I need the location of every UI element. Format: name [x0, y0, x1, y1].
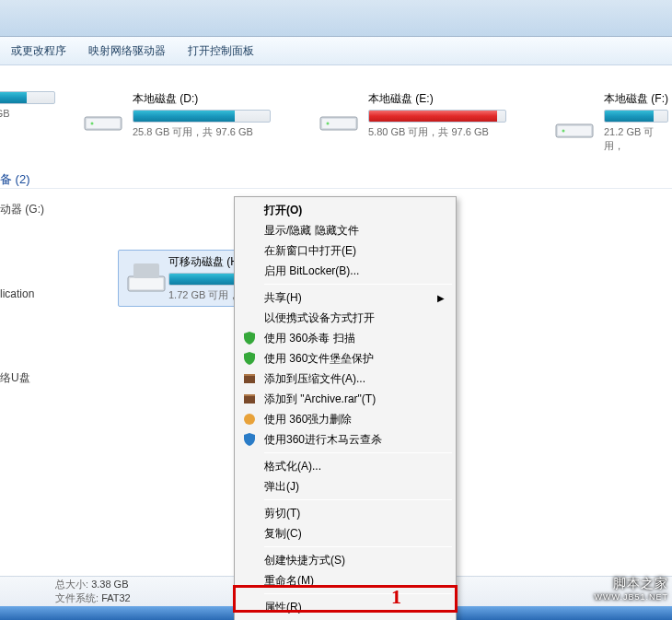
hdd-icon	[552, 100, 597, 145]
sidebar-net-usb[interactable]: 络U盘	[0, 363, 44, 393]
drive-e[interactable]: 本地磁盘 (E:) 5.80 GB 可用，共 97.6 GB	[317, 91, 527, 139]
menu-properties[interactable]: 属性(R)	[237, 597, 454, 617]
menu-open[interactable]: 打开(O)	[237, 200, 454, 220]
hdd-icon	[317, 93, 361, 137]
svg-rect-15	[244, 394, 255, 396]
menu-separator	[264, 452, 452, 453]
menu-create-shortcut[interactable]: 创建快捷方式(S)	[237, 550, 454, 570]
svg-point-8	[562, 129, 565, 132]
explorer-toolbar: 或更改程序 映射网络驱动器 打开控制面板	[0, 37, 672, 65]
winrar-icon	[242, 392, 257, 406]
menu-360-cloud-scan[interactable]: 使用360进行木马云查杀	[237, 429, 454, 450]
status-size: 总大小: 3.38 GB 文件系统: FAT32	[55, 578, 131, 605]
window-titlebar	[0, 0, 672, 37]
svg-rect-11	[133, 263, 159, 278]
menu-portable-device[interactable]: 以便携式设备方式打开	[237, 308, 454, 328]
menu-hide-files[interactable]: 显示/隐藏 隐藏文件	[237, 220, 454, 240]
toolbar-control-panel[interactable]: 打开控制面板	[177, 43, 265, 59]
menu-360-force-delete[interactable]: 使用 360强力删除	[237, 409, 454, 429]
menu-separator	[264, 546, 452, 547]
menu-copy[interactable]: 复制(C)	[237, 523, 454, 544]
drive-e-label: 本地磁盘 (E:)	[368, 91, 506, 107]
menu-add-archive-rar[interactable]: 添加到 "Archive.rar"(T)	[237, 389, 454, 409]
shield-green-icon	[242, 351, 257, 366]
drive-d-label: 本地磁盘 (D:)	[133, 91, 271, 107]
shield-blue-icon	[242, 432, 257, 447]
annotation-number: 1	[391, 585, 401, 609]
drive-f[interactable]: 本地磁盘 (F:) 21.2 GB 可用，	[552, 91, 663, 153]
drive-d-text: 25.8 GB 可用，共 97.6 GB	[133, 125, 271, 139]
toolbar-uninstall[interactable]: 或更改程序	[0, 43, 77, 59]
menu-separator	[264, 499, 452, 500]
section-removable: 备 (2)	[0, 160, 672, 193]
sidebar-application[interactable]: lication	[0, 280, 44, 308]
menu-360-protect[interactable]: 使用 360文件堡垒保护	[237, 348, 454, 368]
drive-partial-text: , 共 24.4 GB	[0, 107, 55, 121]
menu-eject[interactable]: 弹出(J)	[237, 476, 454, 497]
menu-bitlocker[interactable]: 启用 BitLocker(B)...	[237, 261, 454, 281]
drive-d[interactable]: 本地磁盘 (D:) 25.8 GB 可用，共 97.6 GB	[81, 91, 291, 139]
submenu-arrow-icon: ▶	[437, 293, 445, 303]
menu-separator	[264, 284, 452, 285]
drive-partial[interactable]: , 共 24.4 GB	[0, 91, 55, 121]
menu-360-scan[interactable]: 使用 360杀毒 扫描	[237, 328, 454, 348]
menu-separator	[264, 593, 452, 594]
winrar-icon	[242, 371, 257, 386]
svg-rect-13	[244, 374, 255, 376]
delete-icon	[242, 412, 257, 427]
menu-add-archive[interactable]: 添加到压缩文件(A)...	[237, 368, 454, 389]
svg-point-16	[244, 414, 255, 425]
local-drives-row: , 共 24.4 GB 本地磁盘 (D:) 25.8 GB 可用，共 97.6 …	[0, 65, 672, 153]
menu-cut[interactable]: 剪切(T)	[237, 503, 454, 523]
drive-f-label: 本地磁盘 (F:)	[604, 91, 668, 107]
removable-disk-icon	[124, 254, 161, 291]
drive-e-text: 5.80 GB 可用，共 97.6 GB	[368, 125, 506, 139]
menu-format[interactable]: 格式化(A)...	[237, 456, 454, 476]
context-menu: 打开(O) 显示/隐藏 隐藏文件 在新窗口中打开(E) 启用 BitLocker…	[234, 196, 457, 620]
toolbar-map-drive[interactable]: 映射网络驱动器	[77, 43, 177, 59]
sidebar-fragment: 动器 (G:) lication 络U盘	[0, 300, 44, 393]
hdd-icon	[81, 93, 125, 137]
drive-f-text: 21.2 GB 可用，	[604, 125, 668, 153]
svg-point-2	[91, 123, 94, 125]
svg-point-5	[327, 123, 330, 125]
menu-share[interactable]: 共享(H)▶	[237, 287, 454, 308]
sidebar-drive-g[interactable]: 动器 (G:)	[0, 194, 44, 225]
svg-rect-10	[130, 278, 163, 289]
shield-green-icon	[242, 331, 257, 345]
menu-new-window[interactable]: 在新窗口中打开(E)	[237, 240, 454, 261]
menu-rename[interactable]: 重命名(M)	[237, 570, 454, 591]
